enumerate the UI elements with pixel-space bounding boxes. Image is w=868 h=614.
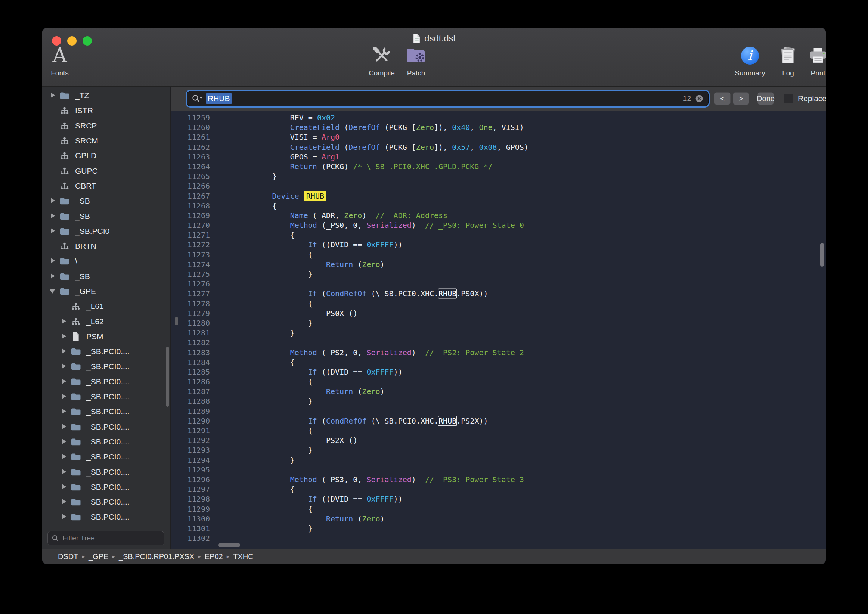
tree-item[interactable]: _GPE: [42, 284, 170, 299]
line-number: 11262: [170, 142, 210, 152]
disclosure-triangle-icon[interactable]: [59, 422, 68, 431]
disclosure-triangle-icon[interactable]: [59, 498, 68, 507]
tree-item[interactable]: SRCM: [42, 133, 170, 148]
tree-item[interactable]: _SB.PCI0....: [42, 509, 170, 524]
code-token: ): [380, 387, 385, 396]
tree-item[interactable]: BRTN: [42, 239, 170, 254]
search-menu-icon[interactable]: [192, 94, 203, 103]
code-token: 0x40: [452, 123, 470, 132]
done-button[interactable]: Done: [758, 92, 774, 105]
toolbar-item-fonts[interactable]: A Fonts: [42, 44, 78, 77]
breadcrumb-item[interactable]: _GPE: [88, 552, 108, 561]
tree-item[interactable]: _L61: [42, 299, 170, 314]
tree-item[interactable]: GUPC: [42, 163, 170, 178]
find-next-button[interactable]: >: [733, 92, 749, 105]
tree-item[interactable]: _SB.PCI0....: [42, 449, 170, 464]
disclosure-triangle-icon[interactable]: [59, 482, 68, 492]
tree-item[interactable]: _SB.PCI0....: [42, 404, 170, 419]
code-line: 11276: [170, 279, 826, 289]
code-editor[interactable]: 11259 REV = 0x0211260 CreateField (Deref…: [170, 111, 826, 549]
toolbar-item-print[interactable]: Print: [799, 44, 826, 77]
disclosure-triangle-icon[interactable]: [48, 212, 57, 221]
splitter-handle[interactable]: [175, 317, 178, 325]
tree-item[interactable]: _SB.PCI0....: [42, 359, 170, 374]
tree-item[interactable]: _SB.PCI0....: [42, 525, 170, 529]
line-number: 11288: [170, 396, 210, 406]
editor-vertical-scrollbar-thumb[interactable]: [820, 243, 824, 267]
toolbar-item-summary[interactable]: i Summary: [728, 44, 772, 77]
code-line: 11288 }: [170, 396, 826, 406]
breadcrumb-item[interactable]: _SB.PCI0.RP01.PXSX: [119, 552, 194, 561]
tree-item[interactable]: _SB.PCI0....: [42, 419, 170, 434]
code-token: {: [218, 358, 294, 367]
breadcrumb-separator-icon: ▸: [112, 553, 115, 560]
disclosure-triangle-icon[interactable]: [59, 452, 68, 461]
disclosure-triangle-icon[interactable]: [59, 377, 68, 386]
tree-item[interactable]: _SB.PCI0....: [42, 374, 170, 389]
disclosure-triangle-icon[interactable]: [59, 437, 68, 446]
filter-tree-field[interactable]: [47, 531, 164, 545]
find-search-field[interactable]: RHUB 12: [187, 91, 708, 106]
disclosure-triangle-icon[interactable]: [48, 91, 57, 100]
print-printer-icon: [808, 44, 826, 68]
code-token: }: [218, 397, 313, 406]
line-number: 11302: [170, 533, 210, 543]
disclosure-triangle-icon[interactable]: [59, 468, 68, 476]
code-line-text: {: [218, 504, 313, 514]
disclosure-triangle-icon[interactable]: [48, 197, 57, 205]
disclosure-triangle-icon[interactable]: [48, 272, 57, 281]
tree-item[interactable]: _SB.PCI0....: [42, 344, 170, 359]
breadcrumb-item[interactable]: TXHC: [233, 552, 253, 561]
disclosure-triangle-icon[interactable]: [48, 257, 57, 265]
tree-item[interactable]: CBRT: [42, 178, 170, 194]
code-line: 11281 }: [170, 328, 826, 338]
tree-item[interactable]: _SB.PCI0....: [42, 479, 170, 495]
tree-item[interactable]: _SB.PCI0: [42, 224, 170, 239]
tree-item[interactable]: PSM: [42, 329, 170, 344]
disclosure-triangle-icon[interactable]: [59, 528, 68, 529]
tree-item[interactable]: _SB: [42, 194, 170, 208]
find-previous-button[interactable]: <: [714, 92, 730, 105]
find-bar: RHUB 12 < > Done: [170, 87, 826, 111]
disclosure-triangle-icon[interactable]: [59, 407, 68, 416]
method-icon: [70, 317, 82, 326]
tree-item[interactable]: GPLD: [42, 148, 170, 163]
tree-item[interactable]: _TZ: [42, 88, 170, 103]
sidebar-scrollbar-thumb[interactable]: [166, 347, 169, 407]
line-number: 11273: [170, 250, 210, 260]
breadcrumb-item[interactable]: EP02: [205, 552, 223, 561]
toolbar-item-patch[interactable]: Patch: [397, 44, 435, 77]
disclosure-triangle-icon[interactable]: [48, 287, 57, 296]
tree-item-label: _SB.PCI0....: [86, 468, 130, 476]
editor-horizontal-scrollbar-thumb[interactable]: [219, 543, 240, 547]
code-token: Zero: [416, 123, 434, 132]
disclosure-triangle-icon[interactable]: [59, 362, 68, 371]
tree-item[interactable]: _SB.PCI0....: [42, 495, 170, 509]
replace-checkbox[interactable]: [784, 94, 793, 104]
tree-item[interactable]: SRCP: [42, 118, 170, 133]
code-line: 11287 Return (Zero): [170, 386, 826, 396]
code-token: [218, 495, 308, 504]
breadcrumb-item[interactable]: DSDT: [58, 552, 78, 561]
code-token: Arg1: [322, 152, 339, 161]
code-token: [218, 289, 308, 298]
tree-item[interactable]: _L62: [42, 314, 170, 329]
tree-item[interactable]: _SB: [42, 208, 170, 223]
disclosure-triangle-icon[interactable]: [59, 512, 68, 521]
clear-search-icon[interactable]: [695, 94, 704, 103]
tree-item[interactable]: _SB: [42, 269, 170, 284]
tree-item[interactable]: _SB.PCI0....: [42, 389, 170, 404]
tree-item[interactable]: _SB.PCI0....: [42, 464, 170, 479]
tree-item[interactable]: _SB.PCI0....: [42, 434, 170, 449]
desktop-background: dsdt.dsl A Fonts Compi: [0, 0, 868, 614]
disclosure-triangle-icon[interactable]: [59, 332, 68, 341]
code-token: // _PS0: Power State 0: [425, 221, 524, 230]
disclosure-triangle-icon[interactable]: [59, 347, 68, 356]
tree-item[interactable]: ISTR: [42, 103, 170, 118]
code-token: Return: [290, 162, 317, 171]
filter-tree-input[interactable]: [62, 534, 160, 543]
disclosure-triangle-icon[interactable]: [59, 392, 68, 401]
disclosure-triangle-icon[interactable]: [48, 227, 57, 236]
disclosure-triangle-icon[interactable]: [59, 317, 68, 326]
tree-item[interactable]: \: [42, 254, 170, 268]
